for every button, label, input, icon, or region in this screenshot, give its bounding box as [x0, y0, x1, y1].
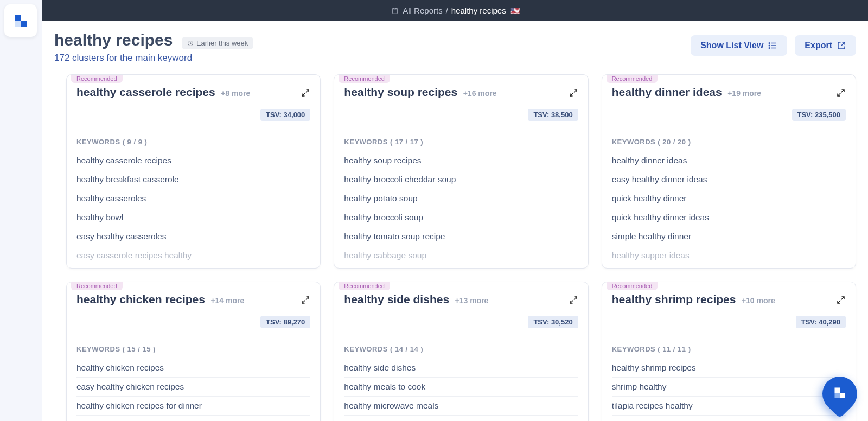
list-icon	[768, 41, 777, 50]
expand-icon[interactable]	[301, 88, 310, 98]
tsv-badge: TSV: 40,290	[796, 316, 846, 328]
keyword-item[interactable]: healthy soup recipes	[344, 151, 578, 170]
keyword-item[interactable]: simple healthy dinner	[612, 227, 846, 246]
fab-logo-icon	[833, 386, 847, 400]
keywords-list: healthy soup recipeshealthy broccoli che…	[344, 151, 578, 265]
export-label: Export	[805, 41, 832, 50]
time-badge: Earlier this week	[182, 37, 253, 49]
keyword-item[interactable]: easy healthy dinner ideas	[612, 170, 846, 189]
svg-rect-11	[834, 387, 840, 393]
recommended-badge: Recommended	[607, 282, 658, 290]
clipboard-icon	[391, 7, 399, 15]
keyword-item[interactable]: healthy ground chicken recipes	[76, 416, 310, 421]
keyword-item[interactable]: healthy shrimp pasta recipes	[612, 416, 846, 421]
keyword-item[interactable]: easy healthy chicken recipes	[76, 378, 310, 397]
keyword-item[interactable]: healthy chicken recipes for dinner	[76, 397, 310, 416]
cluster-title[interactable]: healthy shrimp recipes	[612, 293, 736, 305]
more-count[interactable]: +19 more	[727, 89, 761, 98]
sidebar-logo-tile[interactable]	[4, 4, 37, 37]
keyword-item[interactable]: healthy bowl	[76, 208, 310, 227]
show-list-view-button[interactable]: Show List View	[691, 35, 787, 56]
keywords-list: healthy side disheshealthy meals to cook…	[344, 359, 578, 421]
keyword-item[interactable]: healthy casseroles	[76, 189, 310, 208]
clock-icon	[187, 40, 194, 47]
page-header: healthy recipes Earlier this week 172 cl…	[42, 21, 868, 69]
cluster-title[interactable]: healthy casserole recipes	[76, 86, 215, 98]
cluster-title[interactable]: healthy chicken recipes	[76, 293, 205, 305]
cluster-card: Recommended healthy chicken recipes +14 …	[66, 282, 321, 421]
svg-rect-2	[15, 21, 21, 27]
keyword-item[interactable]: easy healthy casseroles	[76, 227, 310, 246]
cluster-title[interactable]: healthy soup recipes	[344, 86, 457, 98]
more-count[interactable]: +13 more	[455, 296, 489, 305]
more-count[interactable]: +16 more	[463, 89, 497, 98]
cluster-card: Recommended healthy soup recipes +16 mor…	[334, 74, 588, 269]
expand-icon[interactable]	[836, 88, 846, 98]
more-count[interactable]: +8 more	[221, 89, 250, 98]
expand-icon[interactable]	[301, 295, 310, 305]
cluster-card: Recommended healthy dinner ideas +19 mor…	[602, 74, 856, 269]
svg-rect-13	[834, 393, 840, 398]
svg-rect-0	[15, 15, 21, 21]
keywords-header: KEYWORDS ( 14 / 14 )	[344, 345, 578, 353]
keyword-item[interactable]: healthy microwave meals	[344, 397, 578, 416]
tsv-badge: TSV: 38,500	[528, 109, 578, 121]
keyword-item[interactable]: healthy supper ideas	[612, 246, 846, 265]
keywords-header: KEYWORDS ( 9 / 9 )	[76, 138, 310, 146]
export-button[interactable]: Export	[795, 35, 856, 56]
keyword-item[interactable]: healthy broccoli cheddar soup	[344, 170, 578, 189]
keywords-header: KEYWORDS ( 15 / 15 )	[76, 345, 310, 353]
keyword-item[interactable]: healthy chicken recipes	[76, 359, 310, 378]
keyword-item[interactable]: tilapia recipes healthy	[612, 397, 846, 416]
tsv-badge: TSV: 235,500	[792, 109, 846, 121]
svg-point-10	[769, 48, 770, 49]
cluster-title[interactable]: healthy side dishes	[344, 293, 449, 305]
recommended-badge: Recommended	[607, 74, 658, 83]
keyword-item[interactable]: healthy broccoli soup	[344, 208, 578, 227]
page-subtitle: 172 clusters for the main keyword	[54, 53, 253, 63]
keywords-header: KEYWORDS ( 17 / 17 )	[344, 138, 578, 146]
recommended-badge: Recommended	[339, 282, 390, 290]
keyword-item[interactable]: shrimp healthy	[612, 378, 846, 397]
cluster-title[interactable]: healthy dinner ideas	[612, 86, 722, 98]
keywords-header: KEYWORDS ( 11 / 11 )	[612, 345, 846, 353]
tsv-badge: TSV: 34,000	[260, 109, 310, 121]
keyword-item[interactable]: easy casserole recipes healthy	[76, 246, 310, 265]
keywords-list: healthy shrimp recipesshrimp healthytila…	[612, 359, 846, 421]
svg-rect-12	[840, 393, 845, 398]
keyword-item[interactable]: healthy breakfast casserole	[76, 170, 310, 189]
keywords-header: KEYWORDS ( 20 / 20 )	[612, 138, 846, 146]
breadcrumb-current: healthy recipes	[451, 6, 506, 15]
svg-point-9	[769, 45, 770, 46]
breadcrumb-bar: All Reports / healthy recipes 🇺🇸	[42, 0, 868, 21]
keywords-list: healthy chicken recipeseasy healthy chic…	[76, 359, 310, 421]
expand-icon[interactable]	[569, 88, 578, 98]
keyword-item[interactable]: healthy cabbage soup	[344, 246, 578, 265]
expand-icon[interactable]	[836, 295, 846, 305]
more-count[interactable]: +14 more	[210, 296, 244, 305]
svg-point-8	[769, 43, 770, 44]
keyword-item[interactable]: healthy tomato soup recipe	[344, 227, 578, 246]
app-logo-icon	[12, 12, 29, 29]
recommended-badge: Recommended	[339, 74, 390, 83]
keyword-item[interactable]: quick healthy dinner ideas	[612, 208, 846, 227]
export-icon	[837, 41, 846, 50]
keyword-item[interactable]: healthy casserole recipes	[76, 151, 310, 170]
show-list-view-label: Show List View	[700, 41, 763, 50]
keyword-item[interactable]: healthy side dishes	[344, 359, 578, 378]
breadcrumb-all-reports[interactable]: All Reports	[403, 6, 442, 15]
keyword-item[interactable]: quick healthy dinner	[612, 189, 846, 208]
keyword-item[interactable]: healthy meals to cook	[344, 378, 578, 397]
cluster-card: Recommended healthy shrimp recipes +10 m…	[602, 282, 856, 421]
breadcrumb-separator: /	[446, 6, 448, 15]
keyword-item[interactable]: healthy dinner ideas	[612, 151, 846, 170]
time-badge-text: Earlier this week	[196, 39, 248, 47]
cluster-card: Recommended healthy casserole recipes +8…	[66, 74, 321, 269]
more-count[interactable]: +10 more	[742, 296, 775, 305]
cluster-grid: Recommended healthy casserole recipes +8…	[42, 69, 868, 421]
keyword-item[interactable]: healthy potato soup	[344, 189, 578, 208]
expand-icon[interactable]	[569, 295, 578, 305]
keyword-item[interactable]: healthy shrimp recipes	[612, 359, 846, 378]
tsv-badge: TSV: 30,520	[528, 316, 578, 328]
keyword-item[interactable]: healthy summer dinners	[344, 416, 578, 421]
